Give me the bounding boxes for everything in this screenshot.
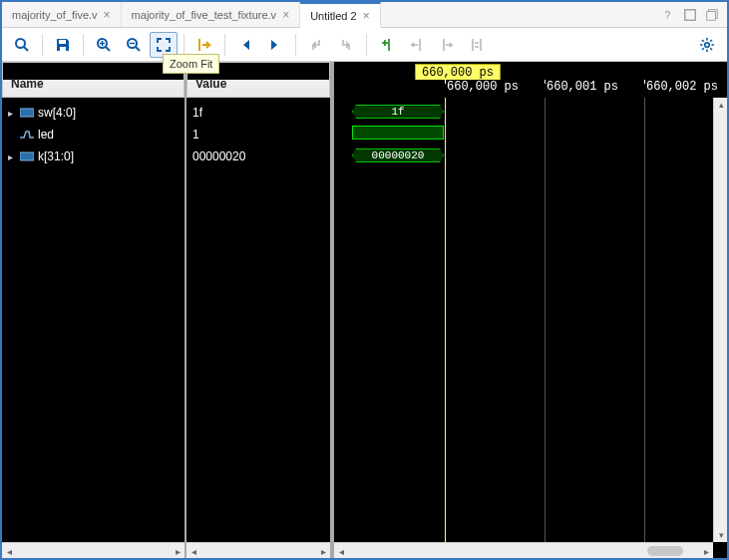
tab-majority-of-five[interactable]: majority_of_five.v × [2, 2, 122, 27]
tab-bar: majority_of_five.v × majority_of_five_te… [2, 2, 727, 28]
svg-rect-3 [707, 11, 716, 20]
next-transition-button[interactable] [332, 32, 360, 58]
tab-untitled-2[interactable]: Untitled 2 × [300, 2, 381, 28]
prev-marker-button[interactable] [403, 32, 431, 58]
scroll-right-icon[interactable]: ▸ [171, 543, 184, 558]
svg-line-9 [106, 47, 110, 51]
scroll-left-icon[interactable]: ◂ [2, 543, 16, 558]
next-marker-icon [439, 37, 455, 53]
waveform-viewer-window: majority_of_five.v × majority_of_five_te… [0, 0, 729, 560]
signal-name: sw[4:0] [38, 106, 76, 120]
signal-name: led [38, 128, 54, 141]
tooltip: Zoom Fit [163, 54, 219, 74]
zoom-out-icon [126, 37, 142, 53]
waveform-vscroll[interactable]: ▴ ▾ [713, 98, 727, 542]
svg-rect-6 [59, 40, 66, 44]
swap-markers-button[interactable] [463, 32, 491, 58]
wave-bus-value: 1f [352, 105, 444, 119]
expand-icon[interactable]: ▸ [8, 108, 16, 119]
time-tick: 660,000 ps [447, 80, 519, 94]
signal-name: k[31:0] [38, 149, 74, 163]
waveform-canvas[interactable]: 1f 00000020 [334, 98, 713, 542]
tab-test-fixture[interactable]: majority_of_five_test_fixture.v × [122, 2, 301, 27]
wave-high-signal [352, 126, 444, 140]
close-icon[interactable]: × [104, 8, 111, 22]
search-icon [14, 37, 30, 53]
scrollbar-thumb[interactable] [647, 546, 683, 556]
next-marker-button[interactable] [433, 32, 461, 58]
signal-row-sw[interactable]: ▸ sw[4:0] [2, 102, 184, 124]
values-hscroll[interactable]: ◂ ▸ [186, 542, 330, 558]
value-row[interactable]: 1f [186, 102, 330, 124]
zoom-out-button[interactable] [120, 32, 148, 58]
scroll-left-icon[interactable]: ◂ [334, 543, 348, 558]
restore-icon[interactable] [705, 8, 719, 22]
zoom-in-button[interactable] [90, 32, 118, 58]
names-panel: Name ▸ sw[4:0] led ▸ k[31:0] [2, 62, 186, 558]
add-marker-button[interactable] [373, 32, 401, 58]
swap-markers-icon [469, 37, 485, 53]
gridline [545, 98, 546, 542]
tab-label: Untitled 2 [310, 10, 356, 22]
names-rows: ▸ sw[4:0] led ▸ k[31:0] [2, 98, 184, 542]
tab-label: majority_of_five_test_fixture.v [132, 9, 277, 21]
time-tick: 660,002 ps [646, 80, 718, 94]
close-icon[interactable]: × [363, 9, 370, 23]
signal-row-k[interactable]: ▸ k[31:0] [2, 145, 184, 167]
add-marker-icon [379, 37, 395, 53]
goto-end-icon [267, 37, 283, 53]
wire-icon [20, 129, 34, 140]
svg-text:?: ? [665, 8, 671, 20]
window-controls: ? [661, 2, 727, 27]
zoom-in-icon [96, 37, 112, 53]
time-tick: 660,001 ps [547, 80, 618, 94]
prev-transition-icon [308, 37, 324, 53]
time-cursor[interactable] [445, 98, 446, 542]
svg-rect-23 [20, 109, 34, 117]
bus-icon [20, 107, 34, 119]
names-hscroll[interactable]: ◂ ▸ [2, 542, 184, 558]
goto-start-icon [237, 37, 253, 53]
gear-icon [699, 37, 715, 53]
main-area: Name ▸ sw[4:0] led ▸ k[31:0] [2, 62, 727, 558]
svg-point-4 [16, 39, 25, 48]
close-icon[interactable]: × [282, 8, 289, 22]
next-transition-icon [338, 37, 354, 53]
names-header[interactable]: Name [2, 62, 184, 98]
prev-marker-icon [409, 37, 425, 53]
values-panel: Value 1f 1 00000020 ◂ ▸ [186, 62, 334, 558]
settings-button[interactable] [693, 32, 721, 58]
scroll-down-icon[interactable]: ▾ [714, 528, 727, 542]
scroll-left-icon[interactable]: ◂ [186, 543, 200, 558]
value-row[interactable]: 00000020 [186, 145, 330, 167]
time-ruler[interactable]: 660,000 ps 660,000 ps 660,001 ps 660,002… [334, 62, 727, 98]
scroll-right-icon[interactable]: ▸ [699, 543, 713, 558]
prev-transition-button[interactable] [302, 32, 330, 58]
scroll-up-icon[interactable]: ▴ [714, 98, 727, 112]
help-icon[interactable]: ? [661, 8, 675, 22]
svg-line-13 [136, 47, 140, 51]
svg-line-5 [24, 47, 28, 51]
scroll-right-icon[interactable]: ▸ [316, 543, 330, 558]
expand-icon[interactable]: ▸ [8, 151, 16, 162]
maximize-icon[interactable] [683, 8, 697, 22]
bus-icon [20, 150, 34, 162]
search-button[interactable] [8, 32, 36, 58]
save-button[interactable] [49, 32, 77, 58]
goto-start-button[interactable] [231, 32, 259, 58]
gridline [644, 98, 645, 542]
signal-value: 00000020 [192, 149, 245, 163]
signal-row-led[interactable]: led [2, 124, 184, 145]
toolbar: Zoom Fit [2, 28, 727, 62]
tab-label: majority_of_five.v [12, 9, 98, 21]
waveform-hscroll[interactable]: ◂ ▸ [334, 542, 713, 558]
value-row[interactable]: 1 [186, 124, 330, 145]
values-rows: 1f 1 00000020 [186, 98, 330, 542]
svg-rect-24 [20, 152, 34, 160]
signal-value: 1 [192, 128, 199, 141]
zoom-fit-icon [156, 37, 172, 53]
svg-point-22 [705, 42, 710, 47]
waveform-panel: 660,000 ps 660,000 ps 660,001 ps 660,002… [334, 62, 727, 558]
signal-value: 1f [192, 106, 202, 120]
goto-end-button[interactable] [261, 32, 289, 58]
